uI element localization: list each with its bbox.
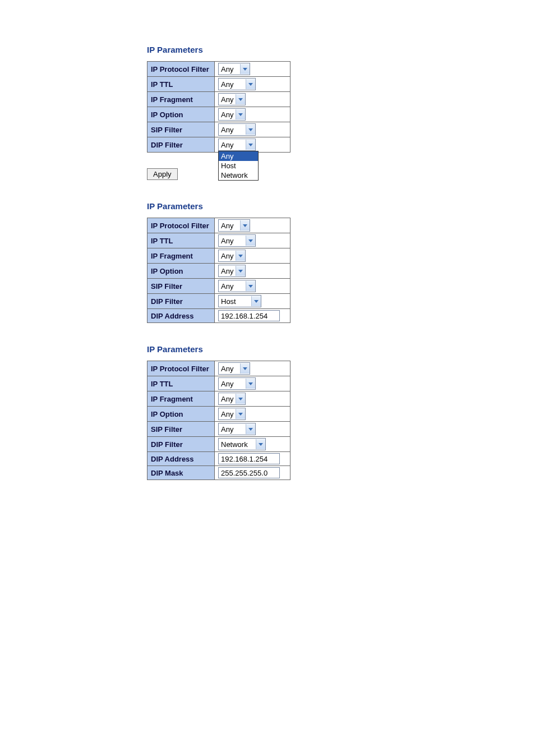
ip-protocol-filter-label: IP Protocol Filter	[147, 218, 215, 233]
ip-parameters-table-3: IP Protocol Filter Any IP TTL Any IP Fra…	[147, 361, 290, 480]
chevron-down-icon	[246, 236, 255, 246]
ip-protocol-filter-select[interactable]: Any	[218, 362, 250, 375]
ip-ttl-select[interactable]: Any	[218, 234, 256, 247]
dip-filter-option-host[interactable]: Host	[219, 161, 258, 170]
ip-option-label: IP Option	[147, 407, 215, 422]
ip-parameters-table-1: IP Protocol Filter Any IP TTL Any IP Fra…	[147, 61, 290, 153]
ip-protocol-filter-select[interactable]: Any	[218, 63, 250, 75]
ip-fragment-select[interactable]: Any	[218, 93, 246, 105]
ip-option-label: IP Option	[147, 107, 215, 122]
ip-protocol-filter-label: IP Protocol Filter	[147, 361, 215, 376]
chevron-down-icon	[236, 251, 245, 261]
dip-filter-label: DIP Filter	[147, 294, 215, 309]
ip-ttl-label: IP TTL	[147, 233, 215, 248]
dip-filter-select[interactable]: Host	[218, 295, 261, 307]
ip-option-select[interactable]: Any	[218, 408, 246, 420]
ip-parameters-heading: IP Parameters	[147, 45, 535, 54]
sip-filter-label: SIP Filter	[147, 422, 215, 437]
dip-address-input[interactable]	[218, 453, 280, 464]
chevron-down-icon	[256, 439, 265, 449]
ip-ttl-select[interactable]: Any	[218, 78, 256, 90]
chevron-down-icon	[246, 140, 255, 150]
ip-fragment-label: IP Fragment	[147, 391, 215, 407]
chevron-down-icon	[246, 379, 255, 389]
dip-address-input[interactable]	[218, 310, 280, 321]
ip-fragment-select[interactable]: Any	[218, 393, 246, 405]
ip-option-select[interactable]: Any	[218, 108, 246, 121]
chevron-down-icon	[246, 281, 255, 291]
chevron-down-icon	[236, 409, 245, 419]
chevron-down-icon	[246, 125, 255, 135]
sip-filter-select[interactable]: Any	[218, 280, 256, 292]
apply-button[interactable]: Apply	[147, 168, 178, 180]
chevron-down-icon	[236, 266, 245, 276]
chevron-down-icon	[246, 424, 255, 434]
dip-address-label: DIP Address	[147, 452, 215, 466]
dip-mask-input[interactable]	[218, 467, 280, 478]
sip-filter-label: SIP Filter	[147, 122, 215, 137]
chevron-down-icon	[246, 79, 255, 89]
ip-fragment-select[interactable]: Any	[218, 250, 246, 262]
dip-filter-label: DIP Filter	[147, 437, 215, 452]
dip-filter-option-network[interactable]: Network	[219, 170, 258, 180]
ip-ttl-label: IP TTL	[147, 376, 215, 391]
ip-parameters-heading: IP Parameters	[147, 344, 535, 354]
ip-protocol-filter-select[interactable]: Any	[218, 219, 250, 232]
sip-filter-select[interactable]: Any	[218, 123, 256, 136]
ip-option-select[interactable]: Any	[218, 265, 246, 277]
ip-protocol-filter-label: IP Protocol Filter	[147, 62, 215, 77]
dip-filter-label: DIP Filter	[147, 137, 215, 153]
ip-parameters-heading: IP Parameters	[147, 201, 535, 211]
sip-filter-label: SIP Filter	[147, 279, 215, 294]
chevron-down-icon	[251, 296, 261, 306]
chevron-down-icon	[240, 363, 250, 374]
chevron-down-icon	[236, 109, 245, 119]
chevron-down-icon	[236, 394, 245, 404]
sip-filter-select[interactable]: Any	[218, 423, 256, 435]
ip-parameters-table-2: IP Protocol Filter Any IP TTL Any IP Fra…	[147, 218, 290, 323]
ip-fragment-label: IP Fragment	[147, 92, 215, 107]
ip-ttl-label: IP TTL	[147, 77, 215, 92]
dip-filter-select[interactable]: Any	[218, 139, 256, 151]
ip-fragment-label: IP Fragment	[147, 248, 215, 264]
dip-filter-dropdown: Any Host Network	[218, 151, 259, 181]
dip-address-label: DIP Address	[147, 309, 215, 323]
ip-ttl-select[interactable]: Any	[218, 377, 256, 390]
chevron-down-icon	[236, 94, 245, 104]
dip-filter-option-any[interactable]: Any	[219, 151, 258, 161]
ip-option-label: IP Option	[147, 264, 215, 279]
chevron-down-icon	[240, 220, 250, 231]
dip-mask-label: DIP Mask	[147, 466, 215, 480]
chevron-down-icon	[240, 64, 250, 74]
dip-filter-select[interactable]: Network	[218, 438, 266, 450]
